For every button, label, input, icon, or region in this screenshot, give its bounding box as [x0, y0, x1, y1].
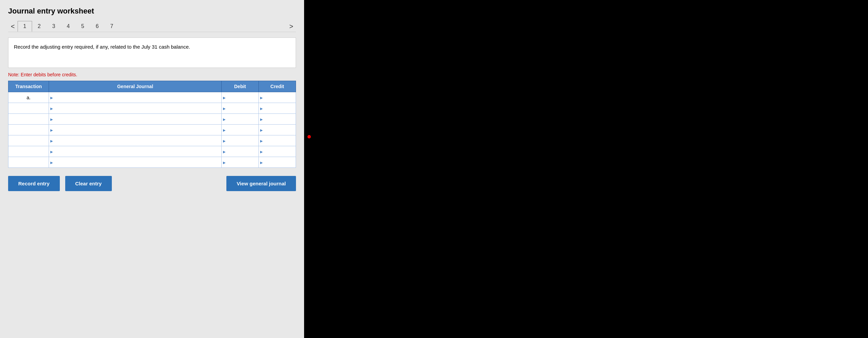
tab-7[interactable]: 7: [104, 21, 119, 32]
cell-transaction-3: [8, 125, 49, 135]
tabs-navigation: < 1 2 3 4 5 6 7 >: [8, 21, 296, 32]
table-row: [8, 125, 296, 135]
header-general-journal: General Journal: [49, 81, 222, 92]
view-general-journal-button[interactable]: View general journal: [226, 176, 296, 191]
cell-debit-6[interactable]: [222, 157, 259, 168]
right-panel: [304, 0, 868, 338]
cell-debit-3[interactable]: [222, 125, 259, 135]
header-debit: Debit: [222, 81, 259, 92]
cell-debit-1[interactable]: [222, 103, 259, 114]
cell-debit-5[interactable]: [222, 146, 259, 157]
cell-debit-4[interactable]: [222, 135, 259, 146]
journal-table: Transaction General Journal Debit Credit…: [8, 81, 296, 168]
clear-entry-button[interactable]: Clear entry: [65, 176, 112, 191]
cell-journal-6[interactable]: [49, 157, 222, 168]
cell-transaction-6: [8, 157, 49, 168]
cell-debit-0[interactable]: [222, 92, 259, 103]
cell-journal-0[interactable]: [49, 92, 222, 103]
table-row: [8, 135, 296, 146]
tab-5[interactable]: 5: [75, 21, 90, 32]
cell-journal-3[interactable]: [49, 125, 222, 135]
cell-credit-3[interactable]: [259, 125, 296, 135]
next-arrow[interactable]: >: [287, 21, 296, 32]
tab-4[interactable]: 4: [61, 21, 75, 32]
buttons-row: Record entry Clear entry View general jo…: [8, 176, 296, 191]
tab-1[interactable]: 1: [18, 21, 32, 32]
cell-transaction-1: [8, 103, 49, 114]
header-transaction: Transaction: [8, 81, 49, 92]
cell-credit-0[interactable]: [259, 92, 296, 103]
cell-credit-6[interactable]: [259, 157, 296, 168]
cell-credit-1[interactable]: [259, 103, 296, 114]
instruction-box: Record the adjusting entry required, if …: [8, 37, 296, 68]
prev-arrow[interactable]: <: [8, 21, 18, 32]
cell-journal-1[interactable]: [49, 103, 222, 114]
cell-journal-4[interactable]: [49, 135, 222, 146]
instruction-text: Record the adjusting entry required, if …: [14, 44, 190, 50]
cell-transaction-0: a.: [8, 92, 49, 103]
cell-transaction-4: [8, 135, 49, 146]
table-row: [8, 114, 296, 125]
cell-journal-5[interactable]: [49, 146, 222, 157]
header-credit: Credit: [259, 81, 296, 92]
tab-3[interactable]: 3: [47, 21, 61, 32]
cell-journal-2[interactable]: [49, 114, 222, 125]
cell-credit-4[interactable]: [259, 135, 296, 146]
note-text: Note: Enter debits before credits.: [8, 72, 296, 77]
page-title: Journal entry worksheet: [8, 7, 296, 16]
cell-credit-5[interactable]: [259, 146, 296, 157]
cell-debit-2[interactable]: [222, 114, 259, 125]
record-entry-button[interactable]: Record entry: [8, 176, 60, 191]
cell-credit-2[interactable]: [259, 114, 296, 125]
table-row: [8, 157, 296, 168]
table-row: [8, 146, 296, 157]
cell-transaction-5: [8, 146, 49, 157]
table-row: a.: [8, 92, 296, 103]
table-row: [8, 103, 296, 114]
cell-transaction-2: [8, 114, 49, 125]
tab-6[interactable]: 6: [90, 21, 104, 32]
tab-2[interactable]: 2: [32, 21, 47, 32]
